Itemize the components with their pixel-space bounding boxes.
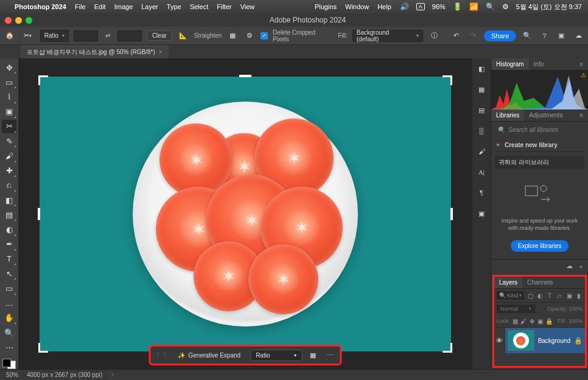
libraries-cloud-icon[interactable]: ☁ [566,262,573,271]
object-select-tool[interactable]: ▣ [2,105,16,119]
straighten-label[interactable]: Straighten [194,32,222,39]
help-icon[interactable]: ? [538,30,550,42]
lock-artboard-icon[interactable]: ▣ [537,317,542,325]
channels-tab[interactable]: Channels [522,277,558,288]
paragraph-panel-icon[interactable]: ¶ [475,186,488,199]
crop-handle-right[interactable] [450,208,453,220]
gradients-panel-icon[interactable]: ▤ [475,103,488,117]
home-button[interactable]: 🏠 [4,30,16,42]
document-dimensions[interactable]: 4000 px x 2667 px (300 ppi) [27,371,102,378]
libraries-add-icon[interactable]: ＋ [578,262,584,271]
input-lang[interactable]: A [416,3,425,10]
close-window[interactable] [5,17,12,24]
histogram-tab[interactable]: Histogram [491,58,529,70]
search-icon[interactable]: 🔍 [521,30,533,42]
aspect-ratio-dropdown[interactable]: Ratio▾ [40,30,69,42]
straighten-icon[interactable]: 📐 [177,30,189,42]
layer-background[interactable]: Background 🔒 [505,328,585,353]
control-center-icon[interactable]: ⚙ [502,2,509,11]
volume-icon[interactable]: 🔊 [400,2,409,11]
menu-layer[interactable]: Layer [141,3,158,10]
menu-edit[interactable]: Edit [94,3,106,10]
clear-button[interactable]: Clear [147,30,172,41]
type-tool[interactable]: T [2,252,16,266]
layer-visibility-toggle[interactable]: 👁 [494,337,505,344]
healing-tool[interactable]: ✚ [2,164,16,178]
swap-dimensions-icon[interactable]: ⇄ [103,32,113,39]
crop-handle-top[interactable] [239,75,251,77]
menu-file[interactable]: File [75,3,86,10]
history-tool[interactable]: … [2,297,16,310]
close-tab-icon[interactable]: × [159,49,163,55]
canvas-area[interactable]: ⋮⋮ ✨ Generative Expand Ratio▾ ▦ ⋯ [18,58,472,369]
libraries-tab[interactable]: Libraries [491,109,524,121]
eraser-tool[interactable]: ◧ [2,193,16,207]
menu-view[interactable]: View [240,3,255,10]
dodge-tool[interactable]: ◐ [2,223,16,236]
cloud-icon[interactable]: ☁ [572,30,584,42]
redo-icon[interactable]: ↷ [467,30,479,42]
zoom-window[interactable] [26,17,32,24]
clone-tool[interactable]: ⎌ [2,179,16,192]
filter-adjust-icon[interactable]: ◐ [536,291,544,300]
crop-height-field[interactable] [117,30,142,41]
adjustments-tab[interactable]: Adjustments [524,109,567,121]
status-chevron-icon[interactable]: 〉 [111,371,117,379]
opacity-value[interactable]: 100% [569,306,583,312]
app-name[interactable]: Photoshop 2024 [15,3,66,10]
lock-icon[interactable]: 🔒 [574,337,583,345]
fill-opacity-value[interactable]: 100% [569,318,583,324]
marquee-tool[interactable]: ▭ [2,75,16,89]
overlay-icon[interactable]: ▦ [226,30,239,42]
swatches-panel-icon[interactable]: ▦ [475,83,488,96]
ctb-overlay-icon[interactable]: ▦ [307,349,319,361]
generative-expand-button[interactable]: ✨ Generative Expand [173,350,246,361]
menu-filter[interactable]: Filter [217,3,231,10]
crop-tool[interactable]: ✂︎ [2,120,16,133]
shape-tool[interactable]: ▭ [2,282,16,295]
zoom-level[interactable]: 50% [6,371,18,378]
histogram-warning-icon[interactable]: ⚠ [581,72,586,78]
libraries-panel-menu-icon[interactable]: ≡ [575,109,588,121]
hand-tool[interactable]: ✋ [2,311,16,325]
filter-toggle[interactable]: ▮ [575,291,583,300]
layers-tab[interactable]: Layers [494,277,522,288]
undo-icon[interactable]: ↶ [450,30,462,42]
battery-pct[interactable]: 96% [432,3,446,10]
menu-plugins[interactable]: Plugins [315,3,337,10]
explore-libraries-button[interactable]: Explore libraries [511,240,569,252]
color-panel-icon[interactable]: ◧ [475,62,488,75]
libraries-search[interactable]: 🔍 Search all libraries [495,125,584,134]
menu-image[interactable]: Image [114,3,133,10]
delete-cropped-checkbox[interactable]: ✓ [261,32,268,40]
crop-tool-icon[interactable]: ✂︎▾ [21,29,35,43]
edit-toolbar[interactable]: ⋯ [2,340,16,354]
zoom-tool[interactable]: 🔍 [2,326,16,339]
lasso-tool[interactable]: ⌇ [2,90,16,103]
properties-panel-icon[interactable]: ▣ [475,207,488,220]
wifi-icon[interactable]: 📶 [469,2,478,11]
color-swatches[interactable] [2,359,16,369]
panel-menu-icon[interactable]: ≡ [575,58,588,70]
patterns-panel-icon[interactable]: ▒ [475,124,488,137]
character-panel-icon[interactable]: A| [475,165,488,179]
layer-filter-kind[interactable]: 🔍Kind▾ [497,291,524,300]
gradient-tool[interactable]: ▤ [2,208,16,221]
menu-window[interactable]: Window [345,3,369,10]
lock-transparency-icon[interactable]: ▦ [513,317,518,325]
library-item[interactable]: 귀하의 라이브러리 [495,156,584,169]
create-library-button[interactable]: ＋ Create new library [495,138,584,152]
filter-pixel-icon[interactable]: ▢ [527,291,534,300]
pen-tool[interactable]: ✒ [2,238,16,251]
workspace-icon[interactable]: ▣ [555,30,567,42]
fill-dropdown[interactable]: Background (default)▾ [352,30,423,42]
clock[interactable]: 5월 4일 (토) 오전 9:37 [516,2,582,12]
filter-smart-icon[interactable]: ▣ [565,291,573,300]
crop-handle-left[interactable] [38,208,40,220]
eyedropper-tool[interactable]: ✎ [2,134,16,148]
menu-select[interactable]: Select [190,3,209,10]
filter-shape-icon[interactable]: ▱ [556,291,563,300]
info-tab[interactable]: Info [529,58,549,70]
spotlight-icon[interactable]: 🔍 [486,2,495,11]
menu-help[interactable]: Help [377,3,391,10]
